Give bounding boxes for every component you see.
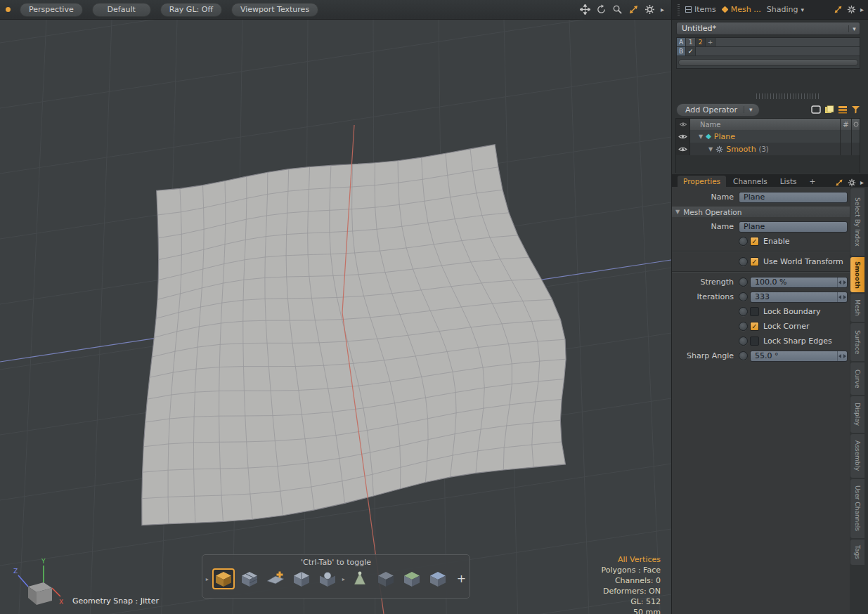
props-more-chevron-icon[interactable]: ▸ (860, 179, 864, 186)
world-transform-channel-toggle[interactable] (739, 257, 748, 266)
viewport-header: Perspective Default Ray GL: Off Viewport… (0, 0, 671, 20)
expand-triangle-icon[interactable]: ▼ (708, 146, 713, 152)
tab-shading[interactable]: Shading ▾ (767, 5, 804, 14)
panel-more-chevron-icon[interactable]: ▸ (860, 6, 864, 13)
lock-corner-channel-toggle[interactable] (739, 322, 748, 331)
expand-triangle-icon[interactable]: ▼ (699, 133, 703, 140)
cube-green-tool-icon[interactable] (401, 568, 423, 589)
cube-blue-tool-icon[interactable] (427, 568, 449, 589)
tab-items[interactable]: Items (685, 5, 716, 14)
3d-viewport[interactable]: Perspective Default Ray GL: Off Viewport… (0, 0, 671, 614)
side-tab-select-by-index[interactable]: Select By Index (850, 188, 864, 256)
op-name-field[interactable]: Plane (739, 221, 848, 233)
tree-item-label[interactable]: Smooth (726, 145, 756, 154)
use-world-transform-checkbox[interactable]: ✓ (750, 257, 759, 266)
tree-options-header[interactable] (851, 119, 860, 130)
tab-properties[interactable]: Properties (678, 176, 726, 187)
lock-sharp-edges-checkbox[interactable] (750, 337, 759, 346)
viewport-settings-gear-icon[interactable] (644, 4, 655, 15)
tree-name-header[interactable]: Name (690, 121, 840, 129)
iterations-field[interactable]: 333 (750, 292, 848, 303)
pan-icon[interactable] (580, 4, 590, 15)
sharp-angle-field[interactable]: 55.0 ° (750, 351, 848, 362)
cone-tool-icon[interactable] (349, 568, 371, 589)
iterations-channel-toggle[interactable] (739, 292, 748, 301)
filter-icon[interactable] (851, 105, 860, 114)
ab-slot-2[interactable]: 2 (696, 38, 706, 47)
side-tab-curve[interactable]: Curve (850, 362, 864, 395)
solo-view-icon[interactable] (811, 105, 821, 114)
viewport-more-chevron-icon[interactable]: ▸ (661, 6, 664, 13)
side-tab-mesh[interactable]: Mesh (850, 294, 864, 322)
add-operator-button[interactable]: Add Operator ▾ (676, 103, 760, 117)
props-settings-gear-icon[interactable] (848, 178, 856, 187)
cards-view-icon[interactable] (824, 105, 834, 114)
tab-mesh-ops[interactable]: Mesh ... (722, 5, 761, 14)
shading-style-button[interactable]: Default (92, 3, 151, 17)
tab-add[interactable]: + (803, 176, 821, 187)
strength-channel-toggle[interactable] (739, 277, 748, 287)
visibility-eye-icon[interactable] (676, 130, 690, 143)
check-icon: ✓ (751, 322, 757, 330)
divider (672, 271, 850, 273)
panel-settings-gear-icon[interactable] (847, 5, 856, 14)
iterations-spinner[interactable] (837, 292, 847, 302)
strength-spinner[interactable] (837, 277, 847, 287)
tab-lists[interactable]: Lists (775, 176, 803, 187)
add-tool-button[interactable]: + (457, 573, 466, 584)
lock-sharp-edges-channel-toggle[interactable] (739, 337, 748, 346)
ab-scrollbar[interactable] (678, 59, 858, 66)
layers-view-icon[interactable] (838, 105, 848, 114)
tree-hash-header[interactable]: # (840, 119, 851, 130)
ab-enable-checkbox[interactable]: ✓ (686, 47, 696, 56)
viewport-canvas[interactable] (0, 20, 671, 614)
side-tab-tags[interactable]: Tags (850, 540, 864, 565)
ab-slot-1[interactable]: 1 (686, 38, 696, 47)
plane-tool-icon[interactable] (264, 568, 287, 589)
side-tab-assembly[interactable]: Assembly (850, 434, 864, 478)
enable-channel-toggle[interactable] (739, 237, 748, 246)
side-tab-surface[interactable]: Surface (850, 323, 864, 361)
viewport-textures-button[interactable]: Viewport Textures (231, 3, 318, 17)
tree-row-smooth[interactable]: ▼ Smooth (3) (676, 143, 860, 155)
side-tab-display[interactable]: Display (850, 396, 864, 433)
enable-label: Enable (763, 237, 789, 246)
ctrl-tab-tooltip: 'Ctrl-Tab' to toggle ▸ ▸ (202, 554, 470, 599)
geometry-snap-status: Geometry Snap : Jitter (72, 596, 159, 606)
maximize-panel-icon[interactable] (834, 5, 843, 14)
tree-item-label[interactable]: Plane (714, 132, 735, 141)
tab-channels[interactable]: Channels (727, 176, 773, 187)
sharp-angle-channel-toggle[interactable] (739, 351, 748, 360)
enable-checkbox[interactable]: ✓ (750, 237, 759, 246)
rotate-view-icon[interactable] (596, 4, 607, 15)
mesh-ops-tree: Name # ▼ ◆ Plane (675, 118, 860, 173)
box-tool-icon[interactable] (375, 568, 397, 589)
view-type-button[interactable]: Perspective (20, 3, 83, 17)
cube-array-tool-icon[interactable] (238, 568, 261, 589)
mesh-operation-section-header[interactable]: ▼ Mesh Operation (672, 207, 850, 217)
strength-field[interactable]: 100.0 % (750, 277, 848, 288)
side-tab-user-channels[interactable]: User Channels (850, 479, 864, 538)
item-name-field[interactable]: Plane (739, 192, 848, 203)
panel-resize-grip[interactable] (756, 93, 821, 99)
maximize-props-icon[interactable] (835, 178, 843, 187)
ab-add-slot-button[interactable]: + (706, 38, 715, 47)
render-pass-ab-widget: A 1 2 + B ✓ (676, 37, 860, 69)
maximize-viewport-icon[interactable] (628, 4, 639, 15)
zoom-icon[interactable] (612, 4, 623, 15)
cube-tool-icon[interactable] (212, 568, 235, 589)
lock-corner-checkbox[interactable]: ✓ (750, 322, 759, 331)
visibility-eye-icon[interactable] (676, 143, 690, 155)
scene-selector-dropdown[interactable]: Untitled* ▾ (676, 22, 860, 35)
tree-row-plane[interactable]: ▼ ◆ Plane (676, 130, 860, 143)
cube-grid-tool-icon[interactable] (290, 568, 313, 589)
panel-grip[interactable] (678, 4, 680, 15)
ray-gl-button[interactable]: Ray GL: Off (160, 3, 222, 17)
lock-boundary-checkbox[interactable] (750, 307, 759, 316)
sphere-cube-tool-icon[interactable] (316, 568, 339, 589)
lock-boundary-channel-toggle[interactable] (739, 307, 748, 316)
shading-caret-icon: ▾ (801, 6, 804, 13)
side-tab-smooth[interactable]: Smooth (850, 257, 864, 292)
sharp-angle-spinner[interactable] (837, 351, 847, 361)
sharp-angle-label: Sharp Angle (672, 351, 739, 360)
